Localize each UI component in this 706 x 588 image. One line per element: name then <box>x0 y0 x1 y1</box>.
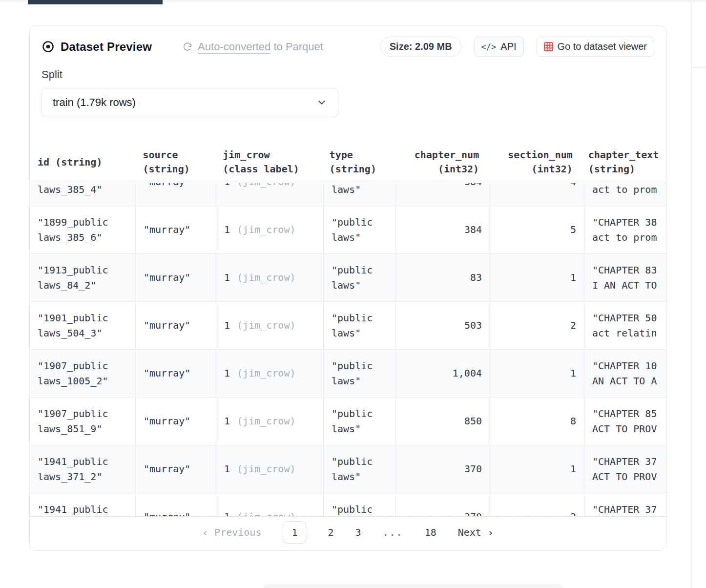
column-header-section-num: section_num (int32) <box>487 142 581 183</box>
table-cell-chapter-text: "CHAPTER 37 ACT TO PROV <box>584 493 666 517</box>
table-cell-jim-crow: 1(jim_crow) <box>216 206 324 253</box>
bottom-element-peek <box>264 584 562 588</box>
table-row: "1899_public laws_385_6""murray"1(jim_cr… <box>30 206 666 254</box>
table-cell-type: "public laws" <box>324 445 396 493</box>
table-cell-section-num: 1 <box>490 254 584 301</box>
table-cell-source: "murray" <box>136 302 216 349</box>
table-cell-id: "1907_public laws_1005_2" <box>30 350 136 397</box>
next-page-button[interactable]: Next › <box>458 526 494 539</box>
api-button-label: API <box>500 41 516 52</box>
table-cell-id: "1941_public laws_371_3" <box>30 493 136 517</box>
chevron-right-icon: › <box>487 526 494 539</box>
table-cell-chapter-num: 1,004 <box>396 350 490 397</box>
table-cell-source: "murray" <box>136 493 216 517</box>
right-panel-hline <box>691 67 706 68</box>
table-cell-chapter-text: "CHAPTER 38 act to prom <box>584 183 666 206</box>
data-table: id (string) source (string) jim_crow (cl… <box>30 142 666 517</box>
table-row: "1899_public laws_385_4""murray"1(jim_cr… <box>30 183 666 206</box>
table-cell-chapter-num: 370 <box>396 493 490 517</box>
viewer-button-label: Go to dataset viewer <box>558 41 647 52</box>
table-cell-chapter-text: "CHAPTER 37 ACT TO PROV <box>584 445 666 493</box>
table-cell-id: "1907_public laws_851_9" <box>30 398 136 445</box>
table-cell-jim-crow: 1(jim_crow) <box>216 254 324 301</box>
right-panel-divider <box>691 2 692 588</box>
table-cell-section-num: 5 <box>490 206 584 253</box>
table-cell-id: "1899_public laws_385_4" <box>30 183 136 206</box>
table-cell-chapter-text: "CHAPTER 38 act to prom <box>584 206 666 253</box>
table-cell-chapter-num: 370 <box>396 445 490 493</box>
table-cell-source: "murray" <box>136 445 216 493</box>
table-cell-jim-crow: 1(jim_crow) <box>216 493 324 517</box>
table-cell-id: "1941_public laws_371_2" <box>30 445 136 493</box>
table-cell-chapter-text: "CHAPTER 83 I AN ACT TO <box>584 254 666 301</box>
table-row: "1907_public laws_1005_2""murray"1(jim_c… <box>30 350 666 398</box>
class-label-value: 1 <box>224 414 230 429</box>
class-label-value: 1 <box>224 366 230 381</box>
table-cell-type: "public laws" <box>324 398 396 445</box>
class-label-value: 1 <box>224 222 230 237</box>
class-label-name: (jim_crow) <box>237 183 295 189</box>
table-cell-source: "murray" <box>136 350 216 397</box>
split-select[interactable]: train (1.79k rows) <box>42 88 338 117</box>
preview-eye-icon <box>42 40 55 53</box>
page-number-18[interactable]: 18 <box>425 526 436 538</box>
table-cell-jim-crow: 1(jim_crow) <box>216 445 324 493</box>
table-cell-source: "murray" <box>136 206 216 253</box>
table-row: "1901_public laws_504_3""murray"1(jim_cr… <box>30 302 666 350</box>
table-body: "1899_public laws_385_4""murray"1(jim_cr… <box>30 183 666 517</box>
table-cell-type: "public laws" <box>324 254 396 301</box>
grid-table-icon <box>544 42 553 51</box>
table-cell-source: "murray" <box>136 254 216 301</box>
page-number-3[interactable]: 3 <box>355 526 361 538</box>
split-label: Split <box>42 68 654 81</box>
column-header-jim-crow: jim_crow (class label) <box>215 142 321 183</box>
go-to-dataset-viewer-button[interactable]: Go to dataset viewer <box>537 37 654 57</box>
chevron-down-icon <box>316 97 327 108</box>
page-title: Dataset Preview <box>61 40 152 54</box>
dataset-preview-card: Dataset Preview Auto-converted to Parque… <box>29 25 666 551</box>
chevron-left-icon: ‹ <box>202 526 208 539</box>
table-row: "1913_public laws_84_2""murray"1(jim_cro… <box>30 254 666 302</box>
column-header-chapter-num: chapter_num (int32) <box>394 142 487 183</box>
class-label-value: 1 <box>224 318 230 333</box>
table-cell-section-num: 2 <box>490 493 584 517</box>
table-cell-type: "public laws" <box>324 206 396 253</box>
class-label-value: 1 <box>224 462 230 477</box>
page-number-2[interactable]: 2 <box>328 526 333 538</box>
table-cell-chapter-num: 850 <box>396 398 490 445</box>
class-label-name: (jim_crow) <box>237 366 295 381</box>
column-header-id: id (string) <box>30 142 135 183</box>
table-cell-chapter-text: "CHAPTER 85 ACT TO PROV <box>584 398 666 445</box>
split-selected-option: train (1.79k rows) <box>53 96 136 109</box>
table-row: "1941_public laws_371_3""murray"1(jim_cr… <box>30 493 666 517</box>
table-cell-chapter-num: 384 <box>396 206 490 253</box>
table-cell-section-num: 8 <box>490 398 584 445</box>
table-cell-chapter-text: "CHAPTER 10 AN ACT TO A <box>584 350 666 397</box>
auto-converted-link[interactable]: Auto-converted <box>198 41 270 53</box>
column-header-chapter-text: chapter_text (string) <box>581 142 666 183</box>
table-cell-id: "1901_public laws_504_3" <box>30 302 136 349</box>
table-cell-id: "1899_public laws_385_6" <box>30 206 136 253</box>
table-cell-type: "public laws" <box>324 302 396 349</box>
table-cell-id: "1913_public laws_84_2" <box>30 254 136 301</box>
class-label-value: 1 <box>224 183 230 189</box>
table-cell-chapter-num: 503 <box>396 302 490 349</box>
column-header-source: source (string) <box>135 142 215 183</box>
class-label-name: (jim_crow) <box>237 222 295 237</box>
active-tab-indicator <box>28 0 163 4</box>
class-label-name: (jim_crow) <box>237 462 295 477</box>
previous-page-button[interactable]: ‹ Previous <box>202 526 262 539</box>
table-cell-source: "murray" <box>136 183 216 206</box>
api-button[interactable]: </> API <box>474 37 524 57</box>
class-label-value: 1 <box>224 509 230 517</box>
pagination-ellipsis: ... <box>383 526 403 538</box>
pagination-bar: ‹ Previous 123...18 Next › <box>30 517 666 548</box>
size-badge: Size: 2.09 MB <box>380 37 461 57</box>
auto-converted-suffix: to Parquet <box>270 41 323 53</box>
table-cell-section-num: 1 <box>490 445 584 493</box>
previous-label: Previous <box>214 526 261 538</box>
table-cell-type: "public laws" <box>324 493 396 517</box>
table-header-row: id (string) source (string) jim_crow (cl… <box>30 142 666 183</box>
page-number-1[interactable]: 1 <box>283 521 306 544</box>
table-cell-chapter-text: "CHAPTER 50 act relatin <box>584 302 666 349</box>
